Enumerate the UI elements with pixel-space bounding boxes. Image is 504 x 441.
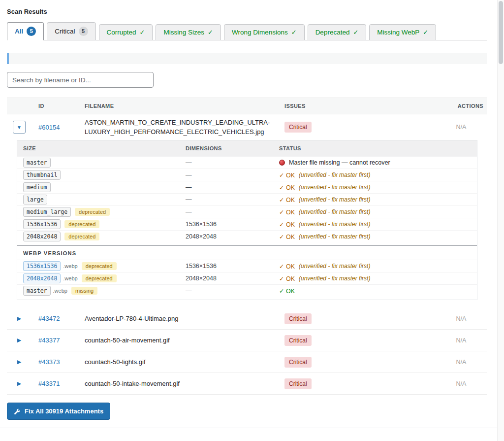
size-chip: thumbnail: [23, 170, 61, 180]
wrench-icon: [14, 408, 21, 415]
tab-all[interactable]: All 5: [7, 22, 44, 40]
deprecated-tag: deprecated: [82, 274, 117, 282]
actions-value: N/A: [445, 315, 487, 322]
size-chip: 2048x2048: [23, 232, 61, 241]
size-row: 1536x1536deprecated 1536×1536 ✓ OK(unver…: [17, 218, 477, 230]
tab-corrupted[interactable]: Corrupted ✓: [99, 24, 153, 40]
webp-row: master.webpmissing — ✓ OK: [17, 284, 477, 297]
status-note: (unverified - fix master first): [299, 171, 370, 178]
dimensions-value: —: [180, 184, 273, 191]
table-row: ▶ #43373 countach-50-lights.gif Critical…: [7, 351, 487, 373]
scrollbar[interactable]: [497, 0, 504, 441]
attachment-id-link[interactable]: #43377: [32, 337, 60, 344]
tab-label: Missing WebP: [377, 29, 419, 36]
dimensions-value: —: [180, 171, 273, 178]
size-row: thumbnail — ✓ OK(unverified - fix master…: [17, 169, 477, 181]
size-row: medium_largedeprecated — ✓ OK(unverified…: [17, 205, 477, 218]
chevron-right-icon: ▶: [17, 315, 21, 321]
chevron-right-icon: ▶: [17, 359, 21, 365]
detail-header-status: STATUS: [273, 145, 477, 151]
status-ok: ✓ OK: [279, 275, 295, 282]
critical-badge: Critical: [284, 378, 312, 389]
webp-size-chip: 1536x1536: [23, 261, 61, 271]
webp-extension: .webp: [53, 288, 67, 294]
status-ok: ✓ OK: [279, 208, 295, 216]
attachment-detail-panel: SIZE DIMENSIONS STATUS master — Master f…: [17, 140, 477, 300]
missing-tag: missing: [71, 287, 97, 295]
webp-extension: .webp: [63, 263, 77, 269]
check-icon: ✓: [208, 29, 213, 36]
red-circle-icon: [279, 160, 285, 166]
attachment-id-link[interactable]: #43371: [32, 380, 60, 387]
critical-badge: Critical: [284, 335, 312, 346]
size-chip: medium_large: [23, 207, 71, 217]
chevron-right-icon: ▶: [17, 337, 21, 343]
detail-header-row: SIZE DIMENSIONS STATUS: [17, 140, 477, 156]
deprecated-tag: deprecated: [64, 233, 99, 240]
header-actions: ACTIONS: [445, 103, 487, 109]
dimensions-value: —: [180, 208, 273, 215]
size-chip: large: [23, 195, 47, 204]
size-chip: master: [23, 158, 51, 168]
expand-row-button[interactable]: ▶: [17, 380, 21, 387]
actions-value: N/A: [445, 359, 487, 366]
tab-missing-webp[interactable]: Missing WebP ✓: [369, 24, 436, 40]
check-icon: ✓: [140, 29, 145, 36]
size-chip: medium: [23, 182, 51, 192]
dimensions-value: 2048×2048: [180, 233, 273, 240]
tab-critical[interactable]: Critical 5: [47, 22, 95, 40]
page-title: Scan Results: [7, 8, 487, 15]
dimensions-value: 1536×1536: [180, 263, 273, 270]
attachment-id-link[interactable]: #43373: [32, 358, 60, 366]
status-ok: ✓ OK: [279, 263, 295, 270]
tab-missing-sizes[interactable]: Missing Sizes ✓: [156, 24, 220, 40]
attachment-id-link[interactable]: #43472: [32, 315, 60, 322]
webp-size-chip: 2048x2048: [23, 273, 61, 283]
check-icon: ✓: [353, 29, 358, 36]
filename: Aventador-LP-780-4-Ultimae.png: [81, 311, 281, 327]
fix-all-button[interactable]: Fix All 30919 Attachments: [7, 403, 110, 420]
filename: ASTON_MARTIN_TO_CREATE_INDUSTRY_LEADING_…: [81, 115, 281, 140]
dimensions-value: 1536×1536: [180, 221, 273, 228]
webp-size-chip: master: [23, 286, 51, 296]
scan-results-panel: Scan Results All 5 Critical 5 Corrupted …: [0, 0, 504, 428]
detail-header-size: SIZE: [17, 145, 180, 151]
expand-row-button[interactable]: ▶: [17, 315, 21, 322]
expand-row-button[interactable]: ▶: [17, 337, 21, 343]
attachment-id-link[interactable]: #60154: [32, 124, 60, 131]
chevron-down-icon: ▼: [17, 125, 22, 130]
tab-label: Missing Sizes: [163, 29, 204, 36]
status-note: (unverified - fix master first): [299, 184, 370, 191]
actions-value: N/A: [445, 380, 487, 387]
size-chip: 1536x1536: [23, 219, 61, 229]
scrollbar-thumb[interactable]: [499, 1, 503, 64]
status-ok-green: ✓ OK: [279, 287, 295, 295]
collapse-row-button[interactable]: ▼: [13, 121, 26, 134]
chevron-right-icon: ▶: [17, 380, 21, 386]
webp-versions-title: WEBP VERSIONS: [17, 245, 477, 260]
tab-label: Wrong Dimensions: [232, 29, 288, 36]
status-error: Master file missing — cannot recover: [289, 159, 390, 166]
status-note: (unverified - fix master first): [299, 275, 370, 282]
tab-deprecated[interactable]: Deprecated ✓: [308, 24, 367, 40]
table-header-row: ID FILENAME ISSUES ACTIONS: [7, 98, 487, 114]
expand-row-button[interactable]: ▶: [17, 359, 21, 365]
tab-wrong-dimensions[interactable]: Wrong Dimensions ✓: [224, 24, 305, 40]
search-input[interactable]: [7, 72, 154, 88]
status-note: (unverified - fix master first): [299, 233, 370, 240]
dimensions-value: 2048×2048: [180, 275, 273, 282]
critical-badge: Critical: [284, 313, 312, 324]
dimensions-value: —: [180, 196, 273, 203]
filter-tabs: All 5 Critical 5 Corrupted ✓ Missing Siz…: [7, 22, 487, 40]
deprecated-tag: deprecated: [75, 208, 110, 216]
deprecated-tag: deprecated: [64, 220, 99, 228]
header-issues: ISSUES: [281, 103, 445, 109]
filename: countach-50-intake-movement.gif: [81, 376, 281, 392]
table-row: ▶ #43472 Aventador-LP-780-4-Ultimae.png …: [7, 308, 487, 330]
status-ok: ✓ OK: [279, 221, 295, 228]
check-icon: ✓: [291, 29, 297, 36]
check-icon: ✓: [423, 29, 428, 36]
filename: countach-50-lights.gif: [81, 354, 281, 370]
status-note: (unverified - fix master first): [299, 196, 370, 203]
count-badge: 5: [27, 27, 36, 36]
